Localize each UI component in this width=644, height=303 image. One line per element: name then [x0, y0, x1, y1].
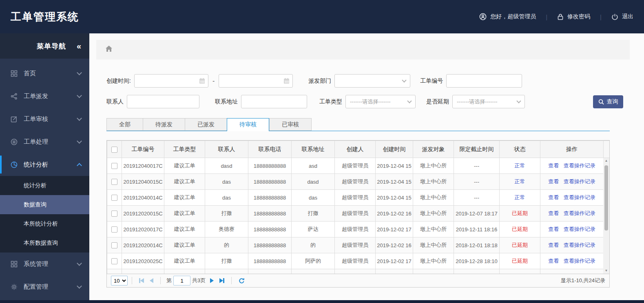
dispatch-dept-label: 派发部门	[308, 77, 331, 85]
contact-input[interactable]	[127, 95, 199, 108]
cell-creator: 超级管理员	[335, 237, 376, 253]
cell-phone: 18888888888	[248, 158, 292, 174]
cell-deadline: 2019-12-28 18:10	[454, 253, 500, 269]
order-type-select[interactable]: -------请选择-------	[345, 95, 416, 108]
sidebar-item-home[interactable]: 首页	[0, 62, 89, 85]
change-password-button[interactable]: 修改密码	[557, 13, 590, 20]
cell-created: 2019-12-02 16	[376, 206, 413, 222]
cell-status: 已延期	[500, 206, 540, 222]
submenu-item-local-data-query[interactable]: 本所数据查询	[0, 233, 89, 253]
sidebar-item-review[interactable]: 工单审核	[0, 108, 89, 130]
breadcrumb	[96, 40, 630, 59]
refresh-icon[interactable]	[239, 278, 245, 284]
sidebar-item-dispatch[interactable]: 工单派发	[0, 85, 89, 108]
delay-select[interactable]: -------请选择-------	[452, 95, 525, 108]
cell-contact: 打撒	[205, 253, 248, 269]
sidebar-item-statistics[interactable]: 统计分析	[0, 153, 89, 176]
view-link[interactable]: 查看	[548, 258, 559, 264]
page-number-input[interactable]	[173, 276, 190, 285]
row-checkbox[interactable]	[111, 211, 117, 217]
table-row: 201912020017C 建议工单 奥德赛 18888888888 萨达 超级…	[107, 222, 610, 237]
view-log-link[interactable]: 查看操作记录	[564, 194, 595, 200]
pager-divider	[231, 277, 232, 284]
row-checkbox[interactable]	[111, 163, 117, 169]
view-log-link[interactable]: 查看操作记录	[564, 242, 595, 248]
row-checkbox[interactable]	[111, 226, 117, 233]
cell-phone: 18888888888	[248, 253, 292, 269]
grid-icon	[10, 70, 18, 77]
cell-operations: 查看 查看操作记录	[540, 190, 604, 206]
cell-deadline: 2019-12-07 18:17	[454, 206, 500, 222]
row-checkbox[interactable]	[111, 179, 117, 185]
next-page-button[interactable]	[210, 278, 214, 283]
cell-operations: 查看 查看操作记录	[540, 253, 604, 269]
cell-order-no: 201912020015C	[122, 206, 164, 222]
cell-creator: 超级管理员	[335, 190, 376, 206]
cell-contact: dasd	[205, 158, 248, 174]
view-link[interactable]: 查看	[548, 162, 559, 169]
view-log-link[interactable]: 查看操作记录	[564, 210, 595, 216]
cell-status: 已延期	[500, 222, 540, 237]
tab-all[interactable]: 全部	[106, 118, 143, 131]
order-no-label: 工单编号	[420, 77, 443, 85]
cell-status: 已延期	[500, 253, 540, 269]
view-link[interactable]: 查看	[548, 210, 559, 216]
cell-created: 2019-12-02 17	[376, 253, 413, 269]
view-link[interactable]: 查看	[548, 194, 559, 200]
view-log-link[interactable]: 查看操作记录	[564, 162, 595, 169]
col-deadline: 限定截止时间	[454, 141, 500, 158]
page-size-select[interactable]: 10	[111, 276, 128, 285]
user-icon	[479, 13, 487, 20]
row-checkbox[interactable]	[111, 195, 117, 201]
chevron-down-icon	[77, 70, 82, 75]
last-page-button[interactable]	[219, 278, 224, 283]
cell-created: 2019-12-04 15	[376, 174, 413, 190]
home-icon[interactable]	[105, 46, 113, 54]
chevron-down-icon	[77, 261, 82, 266]
scroll-down-icon[interactable]: ▼	[605, 268, 608, 274]
prev-page-button[interactable]	[150, 278, 153, 283]
tab-pending-review[interactable]: 待审核	[227, 118, 269, 131]
sidebar-collapse-button[interactable]: «	[77, 42, 80, 51]
view-log-link[interactable]: 查看操作记录	[564, 178, 595, 184]
search-button[interactable]: 查询	[593, 95, 623, 108]
scrollbar-thumb[interactable]	[604, 165, 608, 231]
header-separator: |	[546, 13, 547, 20]
submenu-item-statistics[interactable]: 统计分析	[0, 176, 89, 195]
tab-dispatched[interactable]: 已派发	[185, 118, 227, 131]
table-row: 201912020025C 建议工单 打撒 18888888888 阿萨的 超级…	[107, 253, 610, 269]
tab-pending-dispatch[interactable]: 待派发	[143, 118, 185, 131]
row-checkbox[interactable]	[111, 258, 117, 264]
dispatch-dept-select[interactable]	[334, 74, 410, 88]
header-separator: |	[600, 13, 602, 20]
logout-button[interactable]: 退出	[611, 13, 633, 20]
row-checkbox[interactable]	[111, 242, 117, 248]
view-log-link[interactable]: 查看操作记录	[564, 226, 595, 232]
submenu-item-local-statistics[interactable]: 本所统计分析	[0, 214, 89, 233]
cell-deadline: ---	[454, 158, 500, 174]
view-link[interactable]: 查看	[548, 178, 559, 184]
order-no-input[interactable]	[446, 74, 522, 88]
sidebar-item-config[interactable]: 配置管理	[0, 275, 89, 298]
select-all-checkbox[interactable]	[111, 147, 117, 153]
view-link[interactable]: 查看	[548, 226, 559, 232]
cell-phone: 18888888888	[248, 222, 292, 237]
cell-operations: 查看 查看操作记录	[540, 237, 604, 253]
create-time-end-input[interactable]	[219, 74, 293, 88]
table-scrollbar[interactable]: ▲ ▼	[603, 158, 609, 274]
first-page-button[interactable]	[139, 278, 144, 283]
table-body: 201912040017C 建议工单 dasd 18888888888 asd …	[107, 158, 610, 274]
scroll-up-icon[interactable]: ▲	[605, 158, 608, 164]
view-link[interactable]: 查看	[548, 242, 559, 248]
cell-address: asd	[292, 158, 335, 174]
table-row: 201912040014C 建议工单 das 18888888888 das 超…	[107, 190, 610, 206]
view-log-link[interactable]: 查看操作记录	[564, 258, 595, 264]
sidebar-item-process[interactable]: 工单处理	[0, 130, 89, 153]
tab-reviewed[interactable]: 已审核	[269, 118, 312, 131]
sidebar-item-system[interactable]: 系统管理	[0, 253, 89, 275]
cell-target: 墩上中心所	[413, 222, 454, 237]
cell-deadline: 2019-12-11 18:16	[454, 222, 500, 237]
create-time-start-input[interactable]	[134, 74, 208, 88]
submenu-item-data-query[interactable]: 数据查询	[0, 195, 89, 214]
address-input[interactable]	[241, 95, 307, 108]
